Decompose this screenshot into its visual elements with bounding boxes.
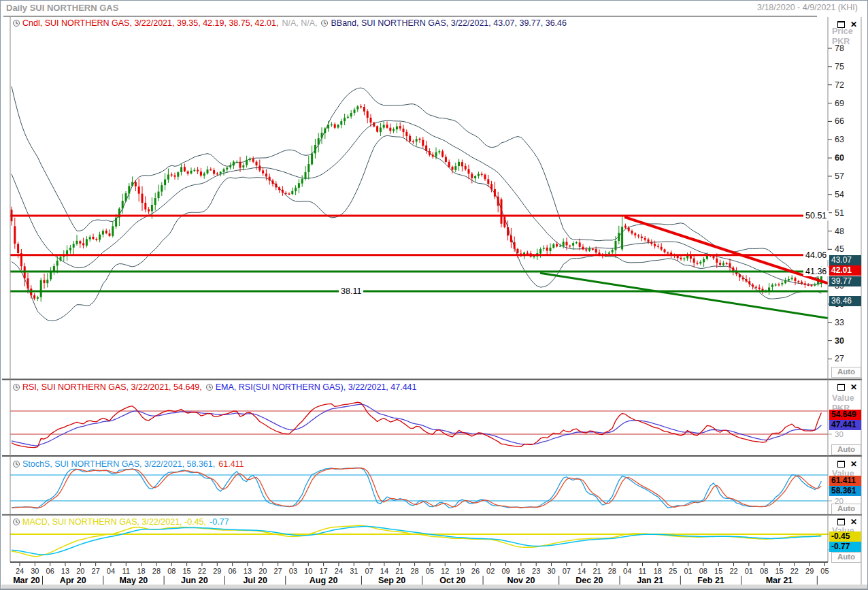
stoch-d-value-box: 61.411 (829, 476, 861, 486)
svg-text:75: 75 (835, 62, 844, 71)
svg-text:54: 54 (835, 190, 844, 199)
level-label-38-11[interactable]: 38.11 (339, 286, 363, 296)
legend-stoch-d: 61.411 (218, 459, 244, 469)
level-label-44-06[interactable]: 44.06 (803, 250, 829, 260)
x-axis-day-label: 01 (745, 567, 753, 575)
macd-panel-buttons: ✕ (837, 518, 861, 526)
legend-rsi-ema[interactable]: EMA, RSI(SUI NORTHERN GAS), 3/22/2021, 4… (216, 382, 417, 392)
x-axis-day-label: 27 (273, 567, 282, 575)
rsi-ema-value-box: 47.441 (829, 420, 861, 430)
x-axis-day-label: 11 (122, 567, 130, 575)
x-axis-month-label: Jan 21 (637, 576, 663, 585)
x-axis-day-label: 05 (426, 567, 434, 575)
x-axis-day-label: 15 (775, 567, 783, 575)
x-axis-day-label: 09 (501, 567, 510, 575)
x-axis-day-label: 21 (395, 567, 403, 575)
x-axis-day-label: 05 (820, 567, 829, 575)
x-axis-day-label: 31 (350, 567, 358, 575)
x-axis-day-label: 17 (319, 567, 327, 575)
x-axis-day-label: 08 (699, 567, 707, 575)
maximize-icon[interactable] (837, 384, 845, 391)
indicator-clock-icon (12, 383, 20, 391)
x-axis-day-label: 11 (639, 567, 646, 575)
svg-text:69: 69 (835, 99, 844, 108)
stoch-auto-scale-button[interactable]: Auto (831, 504, 861, 514)
close-icon[interactable]: ✕ (850, 384, 857, 391)
price-legend: Cndl, SUI NORTHERN GAS, 3/22/2021, 39.35… (12, 18, 570, 29)
svg-text:27: 27 (835, 354, 844, 363)
date-range-label: 3/18/2020 - 4/9/2021 (KHI) (757, 3, 858, 12)
rsi-plot-area (10, 402, 828, 447)
svg-text:57: 57 (835, 171, 844, 181)
maximize-icon[interactable] (837, 461, 845, 468)
x-axis-day-label: 14 (380, 567, 388, 575)
indicator-clock-icon (205, 383, 214, 391)
svg-text:33: 33 (835, 318, 844, 327)
x-axis-day-label: 20 (258, 567, 267, 575)
stoch-panel-buttons: ✕ (837, 460, 861, 468)
close-icon[interactable]: ✕ (850, 461, 857, 468)
rsi-value-box: 54.649 (829, 410, 861, 420)
x-axis-day-label: 10 (304, 567, 312, 575)
indicator-clock-icon (320, 19, 329, 27)
x-axis-month-label: Jul 20 (243, 576, 267, 585)
x-axis-day-label: 30 (547, 567, 555, 575)
x-axis-day-label: 01 (684, 567, 692, 575)
x-axis-day-label: 12 (441, 567, 449, 575)
x-axis-month-label: Apr 20 (60, 576, 86, 585)
level-label-41-36[interactable]: 41.36 (803, 267, 829, 276)
level-label-50-51[interactable]: 50.51 (803, 211, 829, 220)
x-axis-day-label: 20 (76, 567, 84, 575)
x-axis-month-label: Mar 20 (13, 576, 40, 585)
macd-plot-area (10, 525, 828, 556)
last-price-value-box: 42.01 (829, 265, 861, 276)
chart-window: 7875726966636057545148454239363330277030… (0, 0, 868, 590)
x-axis-day-label: 22 (790, 567, 799, 575)
bband-upper-value-box: 43.07 (829, 255, 861, 265)
legend-rsi[interactable]: RSI, SUI NORTHERN GAS, 3/22/2021, 54.649… (22, 382, 202, 392)
maximize-icon[interactable] (837, 519, 845, 525)
rsi-auto-scale-button[interactable]: Auto (831, 444, 861, 455)
x-axis-month-label: Sep 20 (378, 576, 405, 585)
x-axis: 2430061320270411182808152229061320270310… (13, 563, 829, 585)
indicator-clock-icon (12, 19, 20, 27)
close-icon[interactable]: ✕ (850, 519, 857, 525)
legend-macd[interactable]: MACD, SUI NORTHERN GAS, 3/22/2021, -0.45… (22, 517, 206, 527)
svg-text:60: 60 (835, 153, 844, 163)
legend-macd-signal: -0.77 (210, 517, 229, 527)
svg-text:51: 51 (835, 208, 844, 218)
trendline[interactable] (540, 273, 828, 318)
macd-auto-scale-button[interactable]: Auto (831, 552, 861, 563)
legend-candle-na: N/A, N/A, (282, 18, 317, 28)
chart-canvas[interactable]: 7875726966636057545148454239363330277030… (1, 1, 868, 590)
x-axis-day-label: 24 (335, 567, 343, 575)
price-plot-area (10, 86, 828, 321)
svg-text:45: 45 (835, 244, 844, 254)
x-axis-day-label: 15 (714, 567, 722, 575)
x-axis-day-label: 15 (183, 567, 191, 575)
x-axis-month-label: May 20 (120, 576, 148, 585)
x-axis-day-label: 18 (654, 567, 662, 575)
x-axis-day-label: 03 (289, 567, 297, 575)
window-titlebar[interactable]: Daily SUI NORTHERN GAS 3/18/2020 - 4/9/2… (1, 1, 867, 16)
x-axis-day-label: 25 (669, 567, 677, 575)
x-axis-day-label: 28 (608, 567, 616, 575)
price-auto-scale-button[interactable]: Auto (831, 367, 861, 378)
x-axis-day-label: 26 (471, 567, 480, 575)
x-axis-day-label: 24 (16, 567, 24, 575)
trendline[interactable] (624, 217, 828, 284)
x-axis-day-label: 22 (729, 567, 737, 575)
x-axis-day-label: 13 (61, 567, 69, 575)
x-axis-day-label: 04 (623, 567, 631, 575)
x-axis-day-label: 29 (213, 567, 221, 575)
x-axis-day-label: 28 (410, 567, 418, 575)
svg-text:30: 30 (835, 336, 844, 346)
legend-stoch[interactable]: StochS, SUI NORTHERN GAS, 3/22/2021, 58.… (22, 459, 215, 469)
legend-bband[interactable]: BBand, SUI NORTHERN GAS, 3/22/2021, 43.0… (331, 18, 567, 28)
price-axis-title: PricePKR (832, 27, 853, 47)
rsi-panel-buttons: ✕ (837, 383, 861, 391)
legend-candle[interactable]: Cndl, SUI NORTHERN GAS, 3/22/2021, 39.35… (22, 18, 278, 28)
stoch-plot-area (10, 468, 828, 508)
x-axis-day-label: 02 (486, 567, 495, 575)
stoch-k-value-box: 58.361 (829, 486, 861, 496)
